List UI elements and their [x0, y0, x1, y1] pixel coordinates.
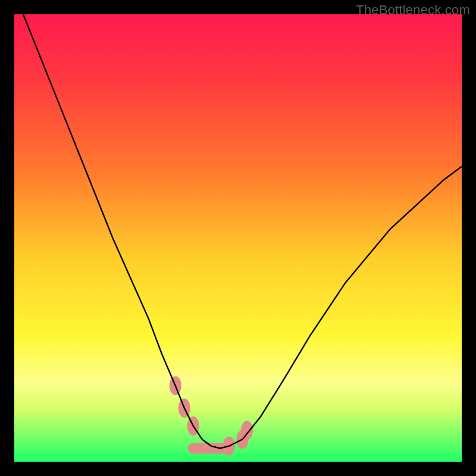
bottleneck-chart — [14, 14, 462, 462]
marker-dot — [241, 421, 253, 440]
chart-frame — [14, 14, 462, 462]
chart-background — [14, 14, 462, 462]
